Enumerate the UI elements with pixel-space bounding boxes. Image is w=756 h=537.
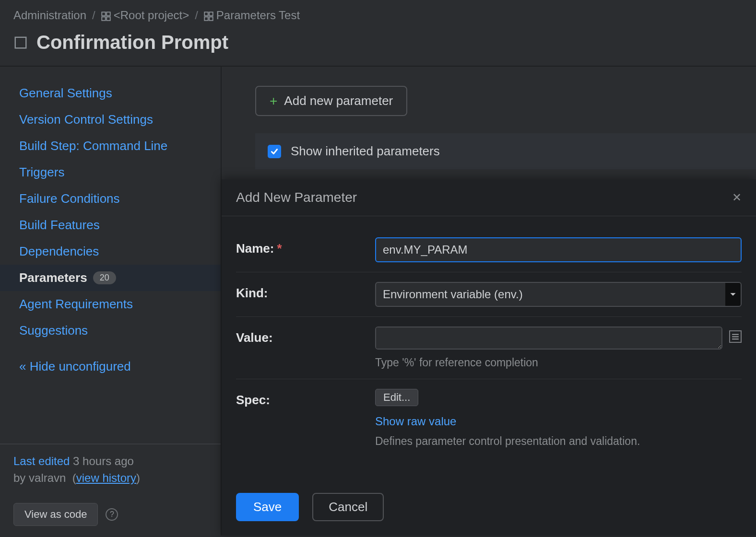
parameters-count-badge: 20 [93, 271, 116, 284]
breadcrumb-separator: / [195, 9, 198, 22]
svg-rect-4 [204, 12, 208, 16]
breadcrumb: Administration / <Root project> / Parame… [0, 0, 756, 28]
sidebar-hide-unconfigured[interactable]: « Hide unconfigured [0, 353, 221, 380]
show-inherited-checkbox[interactable] [268, 145, 281, 158]
value-input[interactable] [375, 327, 722, 350]
svg-rect-7 [209, 17, 213, 21]
last-edited-info: Last edited 3 hours ago by valravn (view… [13, 453, 207, 487]
sidebar-item-suggestions[interactable]: Suggestions [0, 317, 221, 344]
sidebar-item-vcs-settings[interactable]: Version Control Settings [0, 106, 221, 133]
sidebar-item-build-step[interactable]: Build Step: Command Line [0, 133, 221, 159]
help-icon[interactable]: ? [106, 508, 118, 521]
breadcrumb-admin-link[interactable]: Administration [13, 9, 86, 22]
project-icon [204, 12, 213, 21]
sidebar-item-general-settings[interactable]: General Settings [0, 80, 221, 106]
svg-rect-5 [209, 12, 213, 16]
sidebar: General Settings Version Control Setting… [0, 66, 222, 536]
page-title-row: Confirmation Prompt [0, 28, 756, 66]
spec-label: Spec: [236, 389, 375, 408]
svg-rect-8 [15, 37, 26, 48]
view-history-link[interactable]: view history [76, 471, 136, 484]
main-content: + Add new parameter Show inherited param… [222, 66, 756, 536]
svg-rect-0 [102, 12, 106, 16]
breadcrumb-root-link[interactable]: <Root project> [101, 9, 189, 22]
name-input[interactable] [375, 237, 742, 262]
cancel-button[interactable]: Cancel [312, 493, 384, 521]
value-hint: Type '%' for reference completion [375, 356, 742, 369]
svg-rect-9 [732, 334, 739, 335]
build-config-icon [13, 35, 28, 50]
sidebar-item-triggers[interactable]: Triggers [0, 159, 221, 186]
svg-rect-3 [106, 17, 110, 21]
value-label: Value: [236, 327, 375, 345]
close-icon[interactable]: ✕ [732, 191, 742, 204]
dialog-title: Add New Parameter [236, 190, 357, 205]
kind-label: Kind: [236, 282, 375, 301]
add-parameter-dialog: Add New Parameter ✕ Name:* Kind: [222, 179, 756, 536]
save-button[interactable]: Save [236, 493, 299, 521]
sidebar-item-build-features[interactable]: Build Features [0, 212, 221, 238]
page-title: Confirmation Prompt [36, 32, 228, 53]
svg-rect-2 [102, 17, 106, 21]
plus-icon: + [270, 94, 277, 108]
spec-edit-button[interactable]: Edit... [375, 389, 418, 406]
kind-select[interactable]: Environment variable (env.) [375, 282, 742, 307]
sidebar-item-failure-conditions[interactable]: Failure Conditions [0, 186, 221, 212]
spec-description: Defines parameter control presentation a… [375, 435, 742, 448]
spec-show-raw-link[interactable]: Show raw value [375, 415, 742, 428]
project-icon [101, 12, 111, 21]
chevron-down-icon[interactable] [725, 283, 741, 306]
svg-rect-10 [732, 336, 739, 337]
expand-textarea-icon[interactable] [729, 330, 742, 343]
add-new-parameter-button[interactable]: + Add new parameter [255, 86, 407, 116]
breadcrumb-separator: / [92, 9, 95, 22]
view-as-code-button[interactable]: View as code [13, 503, 98, 526]
svg-rect-1 [106, 12, 110, 16]
sidebar-item-dependencies[interactable]: Dependencies [0, 238, 221, 265]
sidebar-item-parameters[interactable]: Parameters 20 [0, 265, 221, 291]
svg-rect-11 [732, 339, 739, 339]
name-label: Name:* [236, 237, 375, 256]
sidebar-item-agent-requirements[interactable]: Agent Requirements [0, 291, 221, 317]
show-inherited-label: Show inherited parameters [291, 144, 440, 159]
breadcrumb-project-link[interactable]: Parameters Test [204, 9, 300, 22]
svg-rect-6 [204, 17, 208, 21]
